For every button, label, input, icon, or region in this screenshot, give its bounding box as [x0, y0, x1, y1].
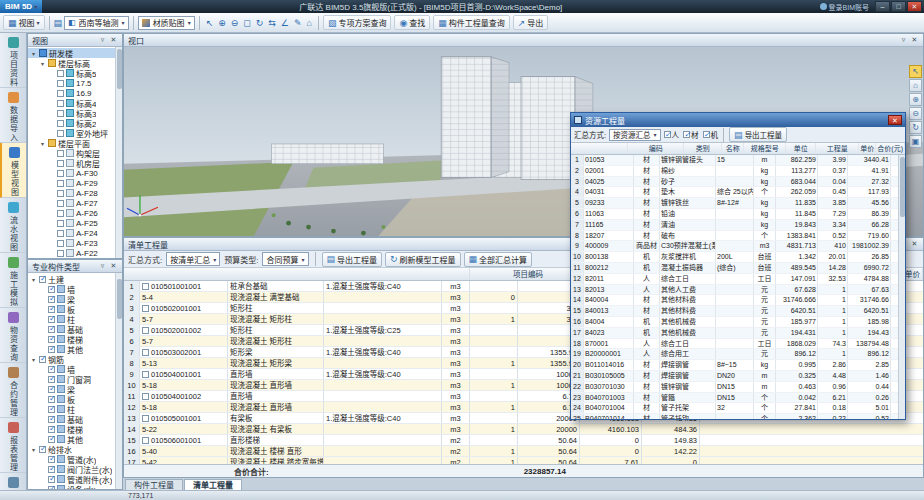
maximize-button[interactable]: □ — [891, 1, 906, 12]
checkbox[interactable] — [57, 170, 64, 177]
棉纱[interactable]: 2 02001 材 棉纱 kg 113.277 0.37 41.91 — [571, 166, 905, 177]
tree-item[interactable]: 其他 — [28, 434, 122, 444]
zoom-in-icon[interactable]: ⊕ — [216, 18, 228, 28]
checkbox[interactable] — [48, 366, 55, 373]
现浇混凝土 楼梯 踏步宽每增减10mm[interactable]: 17 5-42 现浇混凝土 楼梯 踏步宽每增减10mm m2 1 50.64 7… — [124, 457, 923, 464]
nav-item-contract-management[interactable]: 合约管理 — [0, 363, 26, 418]
expand-icon[interactable]: ▾ — [39, 60, 46, 67]
tree-item[interactable]: 构架层 — [28, 148, 122, 158]
column-header[interactable]: 单价 — [859, 143, 876, 154]
tree-item[interactable]: 基础 — [28, 324, 122, 334]
tree-item[interactable]: A-F27 — [28, 198, 122, 208]
C30预拌混凝土(泵送)[interactable]: 9 400009 商品材 C30预拌混凝土(泵送) m3 4831.713 41… — [571, 241, 905, 252]
其他材料费[interactable]: 15 840013 材 其他材料费 元 6420.51 1 6420.51 — [571, 306, 905, 317]
column-header[interactable]: 合价(元) — [876, 143, 905, 154]
现浇混凝土 有梁板[interactable]: 14 5-22 现浇混凝土 有梁板 m3 1 20000 4160.103 48… — [124, 424, 923, 435]
其他人工费[interactable]: 13 82013 人 其他人工费 元 67.628 1 67.63 — [571, 285, 905, 296]
tree-item[interactable]: ▾ 研发楼 — [28, 48, 122, 58]
checkbox[interactable] — [57, 200, 64, 207]
orbit-icon[interactable]: ↻ — [254, 18, 266, 28]
镀锌钢管接头[interactable]: 1 01053 材 镀锌钢管接头 15 m 862.259 3.99 3440.… — [571, 155, 905, 166]
tree-item[interactable]: 门窗洞 — [28, 374, 122, 384]
nav-item-material-query[interactable]: 物资查询 — [0, 308, 26, 363]
app-logo-menu[interactable]: BIM 5D ▾ — [0, 0, 42, 13]
铅油[interactable]: 6 11063 材 铅油 kg 11.845 7.29 86.39 — [571, 209, 905, 220]
checkbox[interactable] — [57, 80, 64, 87]
tree-item[interactable]: ▾ 楼层标高 — [28, 58, 122, 68]
nav-item-data-import[interactable]: 数据导入 — [0, 88, 26, 143]
tree-item[interactable]: 柱 — [28, 404, 122, 414]
pin-icon[interactable]: ▿ — [899, 36, 908, 44]
nav-item-flow-view[interactable]: 流水视图 — [0, 198, 26, 253]
annotate-icon[interactable]: ✎ — [292, 18, 304, 28]
checkbox[interactable] — [57, 70, 64, 77]
row-checkbox[interactable] — [142, 415, 149, 422]
nav-item-model-view[interactable]: 模型视图 — [0, 143, 26, 198]
checkbox[interactable] — [48, 386, 55, 393]
select-icon[interactable]: ↖ — [204, 18, 216, 28]
close-button[interactable]: ✕ — [907, 1, 922, 12]
scrollbar[interactable] — [115, 47, 122, 258]
column-header[interactable] — [374, 268, 470, 280]
checkbox[interactable] — [39, 446, 46, 453]
tree-item[interactable]: A-F26 — [28, 208, 122, 218]
row-checkbox[interactable] — [142, 305, 149, 312]
tree-item[interactable]: ▾ 给排水 — [28, 444, 122, 454]
tree-item[interactable]: 管道(水) — [28, 454, 122, 464]
export-quantity-button[interactable]: ▤ 导出工程量 — [322, 252, 383, 267]
checkbox[interactable] — [57, 180, 64, 187]
tree-item[interactable]: 板 — [28, 394, 122, 404]
checkbox[interactable] — [57, 230, 64, 237]
checkbox[interactable] — [48, 396, 55, 403]
tree-item[interactable]: 楼梯 — [28, 424, 122, 434]
混凝土振捣器[interactable]: 11 800212 机 混凝土振捣器 (综合) 台班 489.545 14.28… — [571, 263, 905, 274]
checkbox[interactable] — [57, 210, 64, 217]
checkbox[interactable] — [48, 456, 55, 463]
special-plan-query-button[interactable]: ▧ 专项方案查询 — [323, 15, 392, 30]
checkbox[interactable] — [57, 110, 64, 117]
export-resource-button[interactable]: ▤ 导出工程量 — [729, 127, 787, 142]
minimize-button[interactable]: – — [875, 1, 890, 12]
tree-item[interactable]: A-F28 — [28, 188, 122, 198]
垫木[interactable]: 4 04031 材 垫木 综合 25以内 个 262.059 0.45 117.… — [571, 187, 905, 198]
expand-icon[interactable]: ▾ — [30, 50, 37, 57]
checkbox[interactable] — [48, 306, 55, 313]
close-icon[interactable]: ✕ — [888, 115, 902, 125]
tab-component-quantity[interactable]: 构件工程量 — [125, 479, 183, 490]
tree-item[interactable]: A-F30 — [28, 168, 122, 178]
checkbox[interactable] — [48, 416, 55, 423]
checkbox[interactable] — [48, 336, 55, 343]
tab-list-quantity[interactable]: 清单工程量 — [184, 479, 242, 490]
砂子[interactable]: 3 04025 材 砂子 kg 683.044 0.04 27.32 — [571, 177, 905, 188]
tree-item[interactable]: A-F25 — [28, 218, 122, 228]
resource-window-titlebar[interactable]: 资源工程量 ✕ — [571, 113, 905, 127]
checkbox[interactable] — [48, 486, 55, 490]
其他材料费[interactable]: 14 840004 材 其他材料费 元 31746.666 1 31746.66 — [571, 295, 905, 306]
row-checkbox[interactable] — [142, 393, 149, 400]
close-icon[interactable]: ✕ — [109, 36, 118, 44]
scrollbar[interactable] — [898, 155, 905, 419]
zoom-out-icon[interactable]: ⊖ — [229, 18, 241, 28]
viewport-home-icon[interactable]: ⌂ — [909, 79, 922, 92]
category-filter[interactable]: 人 — [664, 129, 680, 140]
tree-item[interactable]: 梁 — [28, 294, 122, 304]
component-quantity-query-button[interactable]: ▦ 构件工程量查询 — [433, 15, 510, 30]
checkbox[interactable] — [48, 426, 55, 433]
checkbox[interactable] — [57, 160, 64, 167]
expand-icon[interactable]: ▾ — [30, 446, 37, 453]
expand-icon[interactable]: ▾ — [39, 140, 46, 147]
row-checkbox[interactable] — [142, 437, 149, 444]
find-button[interactable]: ◉ 查找 — [394, 15, 430, 30]
tree-item[interactable]: A-F29 — [28, 178, 122, 188]
综合工日[interactable]: 12 82011 人 综合工日 工日 147.091 32.53 4784.88 — [571, 274, 905, 285]
现浇混凝土 楼梯 直形[interactable]: 16 5-40 现浇混凝土 楼梯 直形 m2 1 50.64 0 142.22 — [124, 446, 923, 457]
管箍[interactable]: 23 B040701003 材 管箍 DN15 个 0.042 6.21 0.2… — [571, 393, 905, 404]
checkbox[interactable] — [48, 406, 55, 413]
管子托钩[interactable]: 25 B040701014 材 管子托钩 个 2.362 0.22 0.52 — [571, 414, 905, 419]
焊接钢管[interactable]: 21 B030105005 材 焊接钢管 DN20 m 0.325 4.48 1… — [571, 371, 905, 382]
tree-item[interactable]: 标高5 — [28, 68, 122, 78]
close-icon[interactable]: ✕ — [910, 36, 919, 44]
checkbox[interactable] — [57, 120, 64, 127]
home-view-icon[interactable]: ⌂ — [304, 18, 313, 28]
viewport-orbit-icon[interactable]: ↻ — [909, 121, 922, 134]
